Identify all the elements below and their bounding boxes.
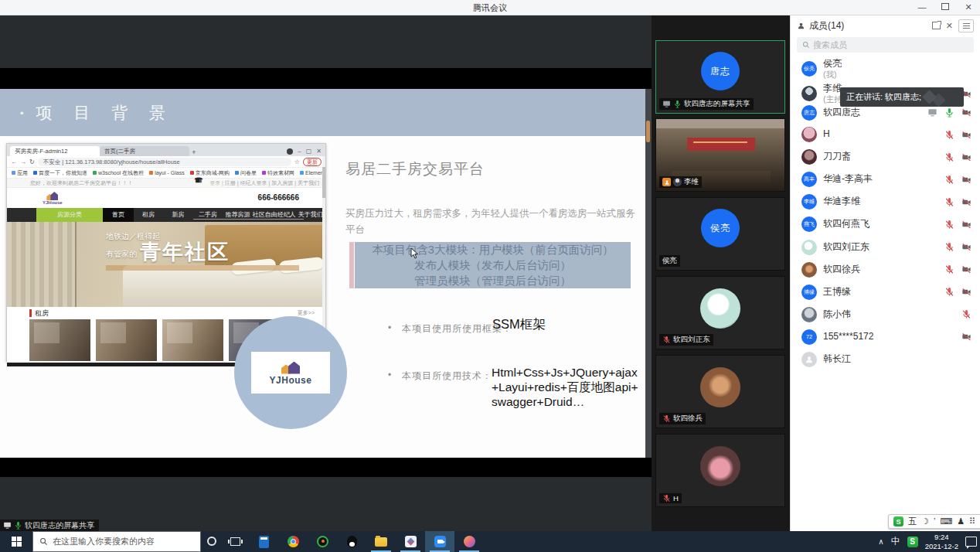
cortana-icon[interactable] [207, 537, 216, 546]
mic-off-icon [944, 130, 954, 140]
taskbar-app-chrome[interactable] [278, 531, 308, 552]
qq-icon [347, 536, 357, 547]
ime-tool-icon[interactable]: 五 [908, 517, 917, 526]
taskbar-clock[interactable]: 9:24 2021-12-2 [925, 533, 958, 550]
bookmark-star-icon: ☆ [294, 158, 300, 165]
cam-off-icon [961, 107, 971, 118]
tray-time: 9:24 [934, 533, 949, 541]
taskbar-app-qq[interactable] [337, 531, 366, 552]
ime-tool-icon[interactable]: ⌨ [940, 517, 952, 526]
avatar: 高丰 [801, 172, 817, 187]
member-row[interactable]: 软四刘正东 [791, 236, 980, 258]
video-tile[interactable]: 侯亮侯亮 [655, 197, 785, 271]
window-title: 腾讯会议 [0, 0, 980, 15]
member-row[interactable]: 李维华迪李维 [791, 191, 980, 213]
highlight-accent-bar [349, 242, 354, 288]
popout-icon[interactable] [932, 22, 941, 29]
maximize-button[interactable] [934, 0, 957, 15]
hero-subtitle-2: 有管家的 [106, 249, 137, 260]
module-line-2: 发布人模块（发布人后台访问） [355, 257, 631, 273]
taskbar-app-app[interactable] [396, 531, 425, 552]
member-name: 华迪李维 [823, 196, 860, 207]
yjhouse-logo-circle: YJHouse [234, 316, 347, 429]
scroll-indicator[interactable] [646, 121, 650, 142]
bookmark-favicon [149, 171, 153, 175]
ime-tool-icon[interactable]: ♟ [957, 517, 965, 526]
member-row[interactable]: 侯亮侯亮(我) [791, 56, 980, 82]
search-icon [802, 41, 810, 49]
close-button[interactable]: ✕ [957, 0, 980, 15]
host-icon [662, 178, 671, 186]
start-button[interactable] [0, 531, 32, 552]
member-name: 软四徐兵 [823, 264, 860, 275]
bookmark-favicon [12, 171, 15, 175]
taskbar-app-tencent-meeting[interactable] [425, 531, 454, 552]
member-row[interactable]: 博缘王博缘 [791, 281, 980, 303]
slide-title: 易居二手房交易平台 [345, 159, 485, 179]
cam-off-icon [961, 264, 971, 274]
video-tile[interactable]: 软四徐兵 [655, 355, 785, 428]
video-participant-name: 软四唐志的屏幕共享 [684, 99, 750, 109]
member-name: 王博缘 [823, 287, 851, 298]
sogou-tray-icon[interactable]: S [907, 537, 918, 547]
purple-house-icon [50, 192, 58, 200]
ime-tool-icon[interactable]: ⠿ [969, 517, 975, 526]
member-name: 软四唐志 [823, 107, 860, 118]
avatar [700, 367, 740, 407]
yjhouse-logo-text: YJHouse [270, 375, 312, 386]
taskbar-app-music-app[interactable] [308, 531, 337, 552]
taskbar-app-rocket[interactable] [454, 531, 484, 552]
panel-close-icon[interactable]: ✕ [946, 22, 953, 30]
screen-share-icon [3, 521, 12, 530]
ime-tool-icon[interactable]: ’ [934, 517, 935, 526]
ime-toolbar[interactable]: S五☽’⌨♟⠿ [888, 514, 980, 529]
tray-ime-indicator[interactable]: 中 [891, 535, 900, 548]
bookmark-favicon [33, 171, 37, 175]
member-name: 侯亮 [823, 59, 842, 70]
taskbar-app-calculator[interactable] [249, 531, 278, 552]
task-view-icon[interactable] [230, 537, 240, 546]
member-row[interactable]: 72155****5172 [791, 325, 980, 348]
action-center-icon[interactable] [965, 537, 977, 547]
member-search-input[interactable]: 搜索成员 [797, 37, 974, 53]
framework-bullet-value: SSM框架 [492, 316, 546, 333]
bookmark-favicon [262, 171, 266, 175]
video-tile[interactable]: 李维 [655, 118, 785, 192]
bookmark-favicon [235, 171, 239, 175]
member-row[interactable]: H [791, 124, 980, 146]
search-icon [39, 537, 48, 546]
video-tile[interactable]: 唐志软四唐志的屏幕共享 [655, 40, 785, 114]
site-nav-item: 社区自由经纪人 [253, 208, 296, 222]
mouse-cursor [410, 247, 419, 262]
file-explorer-icon [375, 537, 387, 547]
site-logo-text: YJHouse [43, 200, 63, 205]
member-row[interactable]: 韩长江 [791, 348, 980, 370]
avatar: 燕飞 [801, 216, 817, 232]
minimize-button[interactable]: — [910, 0, 934, 15]
bookmark-item: w3school 在线教程 [93, 169, 144, 177]
panel-menu-icon[interactable] [958, 19, 974, 32]
tray-expand-icon[interactable]: ∧ [878, 537, 883, 546]
ime-tool-icon[interactable]: ☽ [921, 517, 929, 526]
member-row[interactable]: 高丰华迪-李高丰 [791, 169, 980, 191]
mic-off-icon [662, 494, 671, 503]
taskbar-app-file-explorer[interactable] [366, 531, 396, 552]
browser-minimize-icon: – [298, 148, 301, 155]
screen-share-status[interactable]: 软四唐志的屏幕共享 [0, 520, 99, 531]
window-titlebar: 腾讯会议 — ✕ [0, 0, 980, 15]
member-row[interactable]: 陈小伟 [791, 303, 980, 325]
tech-bullet-label: 本项目所使用技术： [402, 370, 492, 383]
member-row[interactable]: 软四徐兵 [791, 258, 980, 281]
section-accent-bar [29, 309, 32, 317]
video-tile-label: 软四唐志的屏幕共享 [659, 98, 754, 110]
member-row[interactable]: 刀刀斋 [791, 146, 980, 169]
member-row[interactable]: 燕飞软四何燕飞 [791, 213, 980, 236]
video-tile[interactable]: 软四刘正东 [655, 276, 785, 349]
taskbar-search-input[interactable]: 在这里输入你要搜索的内容 [32, 531, 201, 552]
bookmark-item: Element [300, 170, 325, 175]
mic-off-icon [944, 287, 954, 297]
member-search-placeholder: 搜索成员 [813, 39, 847, 51]
slide-right-edge [645, 89, 652, 458]
video-tile[interactable]: H [655, 434, 785, 507]
cam-off-icon [961, 287, 971, 297]
